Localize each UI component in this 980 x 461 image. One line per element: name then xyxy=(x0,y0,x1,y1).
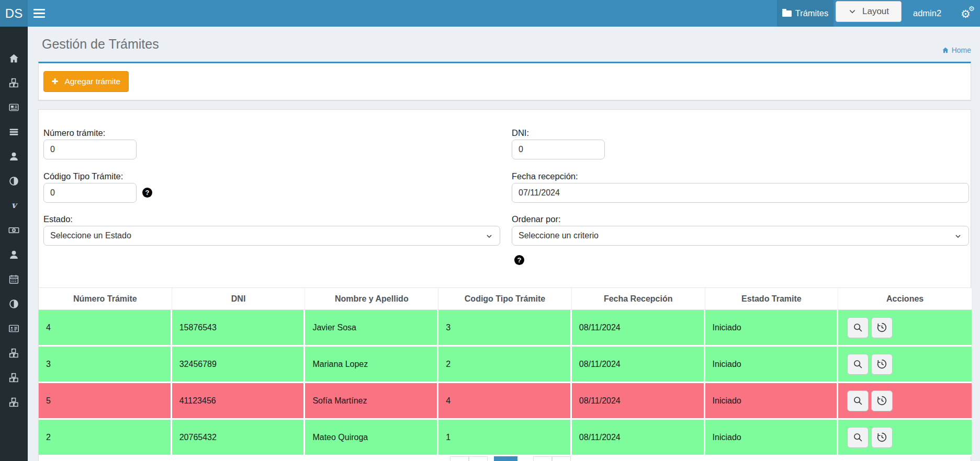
cell-codigo: 1 xyxy=(438,420,572,456)
sidebar-item-calendar[interactable] xyxy=(0,267,28,292)
top-navbar: DS Trámites Layout admin2 ⚙ ⚙ xyxy=(0,0,980,27)
ordenar-por-select[interactable]: Seleccione un criterio xyxy=(512,226,969,246)
pagination-page-button-active[interactable] xyxy=(494,456,517,461)
cell-estado: Iniciado xyxy=(705,383,839,420)
view-button[interactable] xyxy=(847,354,869,375)
add-tramite-button[interactable]: ✚ Agregar trámite xyxy=(43,71,129,92)
sidebar-toggle-icon[interactable] xyxy=(33,9,45,18)
sidebar-item-id-card[interactable] xyxy=(0,316,28,341)
cell-codigo: 4 xyxy=(438,383,572,420)
chevron-down-icon xyxy=(486,233,493,240)
add-tramite-label: Agregar trámite xyxy=(64,77,120,86)
nav-item-tramites[interactable]: Trámites xyxy=(777,0,833,27)
sidebar-item-newspaper[interactable] xyxy=(0,95,28,120)
history-button[interactable] xyxy=(871,354,893,375)
estado-label: Estado: xyxy=(43,214,73,224)
col-numero-tramite: Número Trámite xyxy=(39,288,172,309)
fecha-recepcion-label: Fecha recepción: xyxy=(512,171,578,181)
app-logo[interactable]: DS xyxy=(0,0,28,27)
cell-numero: 2 xyxy=(39,420,172,456)
table-row: 5 41123456 Sofía Martínez 4 08/11/2024 I… xyxy=(39,383,972,420)
settings-gears-icon[interactable]: ⚙ ⚙ xyxy=(961,4,976,22)
cell-nombre: Javier Sosa xyxy=(305,310,438,347)
cell-estado: Iniciado xyxy=(705,347,839,383)
id-card-icon xyxy=(8,323,19,334)
sidebar-item-cubes[interactable] xyxy=(0,71,28,95)
home-icon xyxy=(942,47,949,54)
cell-acciones xyxy=(838,310,972,347)
view-button[interactable] xyxy=(847,427,869,448)
layout-dropdown-button[interactable]: Layout xyxy=(836,1,902,22)
cell-nombre: Sofía Martínez xyxy=(305,383,438,420)
adjust-icon xyxy=(8,176,19,187)
sidebar-item-adjust-2[interactable] xyxy=(0,292,28,316)
chevron-down-icon xyxy=(954,233,962,240)
dni-input[interactable] xyxy=(512,140,605,159)
sidebar-item-home[interactable] xyxy=(0,46,28,71)
col-codigo-tipo: Codigo Tipo Trámite xyxy=(438,288,572,309)
history-icon xyxy=(876,359,887,370)
view-button[interactable] xyxy=(847,390,869,411)
cell-fecha: 08/11/2024 xyxy=(572,383,705,420)
pagination-first-button[interactable] xyxy=(450,456,469,461)
codigo-help-icon[interactable]: ? xyxy=(142,188,152,198)
cell-dni: 20765432 xyxy=(172,420,306,456)
bars-icon xyxy=(8,126,19,137)
history-button[interactable] xyxy=(871,317,893,338)
cell-dni: 41123456 xyxy=(172,383,306,420)
sidebar-item-adjust[interactable] xyxy=(0,169,28,193)
ordenar-por-label: Ordenar por: xyxy=(512,214,561,224)
cell-nombre: Mariana Lopez xyxy=(305,347,438,383)
history-button[interactable] xyxy=(871,390,893,411)
sidebar-item-vimeo[interactable]: v xyxy=(0,193,28,218)
col-nombre-apellido: Nombre y Apellido xyxy=(305,288,438,309)
sidebar-item-cubes-4[interactable] xyxy=(0,390,28,414)
table-row: 2 20765432 Mateo Quiroga 1 08/11/2024 In… xyxy=(39,420,972,456)
codigo-tipo-label: Código Tipo Trámite: xyxy=(43,171,123,181)
search-icon xyxy=(852,395,863,406)
pagination-next-button[interactable] xyxy=(533,456,552,461)
cell-fecha: 08/11/2024 xyxy=(572,347,705,383)
tramites-table: Número Trámite DNI Nombre y Apellido Cod… xyxy=(39,287,972,456)
numero-tramite-input[interactable] xyxy=(43,140,137,159)
sidebar-item-money[interactable]: 1 xyxy=(0,218,28,243)
toolbar-card: ✚ Agregar trámite xyxy=(38,62,971,100)
newspaper-icon xyxy=(8,102,19,113)
table-row: 4 15876543 Javier Sosa 3 08/11/2024 Inic… xyxy=(39,310,972,347)
view-button[interactable] xyxy=(847,317,869,338)
sidebar-item-user[interactable] xyxy=(0,144,28,169)
search-icon xyxy=(852,432,863,443)
sidebar-item-user-2[interactable] xyxy=(0,243,28,267)
history-button[interactable] xyxy=(871,427,893,448)
col-fecha-recepcion: Fecha Recepción xyxy=(572,288,705,309)
cell-nombre: Mateo Quiroga xyxy=(305,420,438,456)
pagination-last-button[interactable] xyxy=(552,456,571,461)
sidebar-item-cubes-2[interactable] xyxy=(0,341,28,365)
estado-select[interactable]: Seleccione un Estado xyxy=(43,226,500,246)
sidebar-item-list[interactable] xyxy=(0,120,28,144)
pagination-prev-button[interactable] xyxy=(469,456,488,461)
cell-numero: 4 xyxy=(39,310,172,347)
ordenar-help-icon[interactable]: ? xyxy=(514,255,524,265)
col-dni: DNI xyxy=(172,288,306,309)
layout-button-label: Layout xyxy=(862,6,889,17)
cell-codigo: 3 xyxy=(438,310,572,347)
sidebar-item-cubes-3[interactable] xyxy=(0,365,28,390)
col-acciones: Acciones xyxy=(838,288,972,309)
user-icon xyxy=(8,249,19,260)
ordenar-select-value: Seleccione un criterio xyxy=(519,231,599,240)
money-icon: 1 xyxy=(8,225,19,236)
cell-fecha: 08/11/2024 xyxy=(572,420,705,456)
fecha-recepcion-input[interactable] xyxy=(512,183,969,203)
cell-estado: Iniciado xyxy=(705,420,839,456)
codigo-tipo-input[interactable] xyxy=(43,183,137,203)
breadcrumb[interactable]: Home xyxy=(942,46,971,54)
table-row: 3 32456789 Mariana Lopez 2 08/11/2024 In… xyxy=(39,347,972,383)
folder-icon xyxy=(782,10,792,17)
search-icon xyxy=(852,322,863,333)
user-menu[interactable]: admin2 xyxy=(913,0,941,27)
main-card: Número trámite: DNI: Código Tipo Trámite… xyxy=(38,109,971,461)
svg-text:v: v xyxy=(12,200,18,210)
cubes-icon xyxy=(8,77,19,88)
cell-acciones xyxy=(838,420,972,456)
